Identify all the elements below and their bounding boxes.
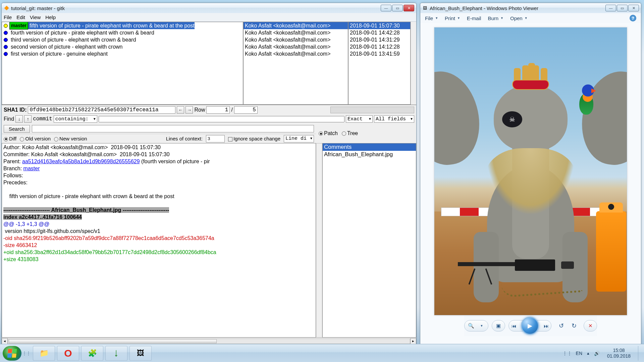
minimize-button[interactable]: — bbox=[381, 5, 391, 11]
taskbar-photoviewer-icon[interactable]: 🖼 bbox=[129, 346, 152, 361]
find-text-input[interactable] bbox=[99, 116, 344, 122]
gitk-titlebar[interactable]: 🔶 tutorial_git: master - gitk — ▭ ✕ bbox=[2, 3, 416, 13]
commit-date[interactable]: 2018-09-01 14:31:29 bbox=[348, 36, 410, 43]
maximize-button[interactable]: ▭ bbox=[617, 5, 628, 11]
tray-up-icon[interactable]: ▲ bbox=[586, 351, 590, 355]
commit-date-column[interactable]: 2018-09-01 15:07:30 2018-09-01 14:42:28 … bbox=[348, 22, 411, 105]
patch-radio[interactable] bbox=[319, 131, 323, 136]
diff-viewer[interactable]: Author: Koko Asfalt <kokoasfalt@mail.com… bbox=[2, 143, 316, 338]
find-down-button[interactable]: ↓ bbox=[15, 115, 23, 123]
rotate-ccw-button[interactable]: ↺ bbox=[557, 322, 565, 329]
next-button[interactable]: ⏭ bbox=[542, 322, 550, 329]
find-mode-label: commit bbox=[33, 116, 52, 122]
commit-dot-icon bbox=[4, 38, 8, 42]
help-icon[interactable]: ? bbox=[630, 15, 636, 21]
photo-controls: 🔍▼ ▣ ⏮ ▶ ⏭ ↺ ↻ ✕ bbox=[464, 315, 597, 336]
slideshow-button[interactable]: ▶ bbox=[521, 317, 539, 335]
menu-file[interactable]: File bbox=[4, 14, 12, 20]
scroll-right-button[interactable]: ▸ bbox=[410, 338, 416, 344]
sha-label: SHA1 ID: bbox=[4, 107, 26, 113]
search-input[interactable] bbox=[32, 125, 314, 132]
diff-hscrollbar[interactable]: ◂ ▸ bbox=[2, 338, 416, 344]
nav-next-button[interactable]: → bbox=[185, 106, 193, 114]
taskbar-opera-icon[interactable]: O bbox=[57, 346, 79, 361]
commit-scrollbar[interactable] bbox=[411, 22, 416, 105]
commit-author[interactable]: Koko Asfalt <kokoasfalt@mail.com> bbox=[244, 50, 348, 57]
commit-author[interactable]: Koko Asfalt <kokoasfalt@mail.com> bbox=[244, 43, 348, 50]
row-total-input[interactable] bbox=[234, 106, 258, 114]
commit-row[interactable]: master fifth version of picture - pirate… bbox=[2, 22, 243, 29]
show-desktop-button[interactable] bbox=[638, 346, 641, 361]
commit-row[interactable]: first version of picture - genuine eleph… bbox=[2, 50, 243, 57]
prev-button[interactable]: ⏮ bbox=[510, 322, 518, 329]
photo-title: African_Bush_Elephant - Windows Photo Vi… bbox=[430, 5, 603, 11]
search-button[interactable]: Search bbox=[4, 125, 30, 133]
commit-date[interactable]: 2018-09-01 13:41:59 bbox=[348, 50, 410, 57]
close-button[interactable]: ✕ bbox=[628, 5, 639, 11]
parent-sha-link[interactable]: aa512d4163eafc4a5b8a1de1d9b9698d26555629 bbox=[22, 159, 140, 164]
minimize-button[interactable]: — bbox=[605, 5, 616, 11]
pv-menu-file[interactable]: File▼ bbox=[425, 15, 438, 21]
machine-gun-icon bbox=[458, 255, 565, 285]
diff-scrollbar[interactable] bbox=[316, 143, 322, 338]
sha-input[interactable] bbox=[28, 106, 175, 114]
menu-help[interactable]: Help bbox=[45, 14, 56, 20]
commit-author[interactable]: Koko Asfalt <kokoasfalt@mail.com> bbox=[244, 36, 348, 43]
row-label: Row bbox=[194, 107, 205, 113]
tree-radio[interactable] bbox=[342, 131, 346, 136]
taskbar: ⋮⋮ 📁 O 🧩 ⭣ 🖼 ⋮⋮ EN ▲ 🔊 15:08 01.09.2018 bbox=[0, 344, 644, 362]
delete-button[interactable]: ✕ bbox=[587, 322, 594, 329]
commit-author[interactable]: Koko Asfalt <kokoasfalt@mail.com> bbox=[244, 22, 348, 29]
commit-row[interactable]: third version of picture - elephant with… bbox=[2, 36, 243, 43]
scroll-left-button[interactable]: ◂ bbox=[2, 338, 8, 344]
commit-row[interactable]: fourth version of picture - pirate eleph… bbox=[2, 29, 243, 36]
menu-view[interactable]: View bbox=[30, 14, 41, 20]
nav-prev-button[interactable]: ← bbox=[177, 106, 184, 114]
maximize-button[interactable]: ▭ bbox=[392, 5, 403, 11]
taskbar-explorer-icon[interactable]: 📁 bbox=[33, 346, 55, 361]
linediff-select[interactable]: Line di bbox=[284, 135, 314, 142]
zoom-dropdown-icon[interactable]: ▼ bbox=[478, 322, 485, 329]
find-up-button[interactable]: ↑ bbox=[24, 115, 32, 123]
commit-row[interactable]: second version of picture - elephant wit… bbox=[2, 43, 243, 50]
find-fields-select[interactable]: All fields bbox=[374, 115, 414, 123]
pv-menu-email[interactable]: E-mail bbox=[467, 15, 481, 21]
new-version-radio[interactable] bbox=[54, 137, 58, 141]
file-list-pane[interactable]: Comments African_Bush_Elephant.jpg bbox=[322, 143, 416, 338]
taskbar-app-icon[interactable]: 🧩 bbox=[81, 346, 103, 361]
zoom-button[interactable]: 🔍 bbox=[467, 322, 475, 329]
file-item[interactable]: African_Bush_Elephant.jpg bbox=[323, 151, 416, 158]
tray-toggle-icon[interactable]: ⋮⋮ bbox=[562, 351, 572, 356]
start-button[interactable] bbox=[3, 346, 21, 361]
menu-edit[interactable]: Edit bbox=[16, 14, 25, 20]
branch-label[interactable]: master bbox=[9, 22, 28, 29]
file-comments[interactable]: Comments bbox=[323, 143, 416, 151]
find-method-select[interactable]: containing: bbox=[54, 115, 97, 123]
commit-date[interactable]: 2018-09-01 15:07:30 bbox=[348, 22, 410, 29]
fit-button[interactable]: ▣ bbox=[495, 322, 502, 329]
volume-icon[interactable]: 🔊 bbox=[594, 351, 600, 356]
pv-menu-burn[interactable]: Burn▼ bbox=[488, 15, 503, 21]
commit-date[interactable]: 2018-09-01 14:42:28 bbox=[348, 29, 410, 36]
taskbar-clock[interactable]: 15:08 01.09.2018 bbox=[604, 348, 634, 359]
branch-link[interactable]: master bbox=[23, 166, 40, 171]
taskbar-git-icon[interactable]: ⭣ bbox=[105, 346, 127, 361]
ignore-space-checkbox[interactable] bbox=[228, 137, 232, 141]
close-button[interactable]: ✕ bbox=[404, 5, 414, 11]
quicklaunch-toggle-icon[interactable]: ⋮⋮ bbox=[22, 346, 31, 361]
commit-message-column[interactable]: master fifth version of picture - pirate… bbox=[2, 22, 243, 105]
find-exact-select[interactable]: Exact bbox=[346, 115, 373, 123]
commit-author-column[interactable]: Koko Asfalt <kokoasfalt@mail.com> Koko A… bbox=[243, 22, 348, 105]
commit-date[interactable]: 2018-09-01 14:12:28 bbox=[348, 43, 410, 50]
old-version-radio[interactable] bbox=[20, 137, 24, 141]
gitk-app-icon: 🔶 bbox=[4, 5, 9, 11]
rotate-cw-button[interactable]: ↻ bbox=[570, 322, 578, 329]
pv-menu-print[interactable]: Print▼ bbox=[445, 15, 460, 21]
diff-radio[interactable] bbox=[4, 137, 8, 141]
row-current-input[interactable] bbox=[206, 106, 230, 114]
commit-author[interactable]: Koko Asfalt <kokoasfalt@mail.com> bbox=[244, 29, 348, 36]
photo-titlebar[interactable]: 🖼 African_Bush_Elephant - Windows Photo … bbox=[420, 3, 641, 13]
language-indicator[interactable]: EN bbox=[576, 351, 582, 356]
lines-context-input[interactable] bbox=[206, 135, 225, 142]
pv-menu-open[interactable]: Open▼ bbox=[510, 15, 528, 21]
